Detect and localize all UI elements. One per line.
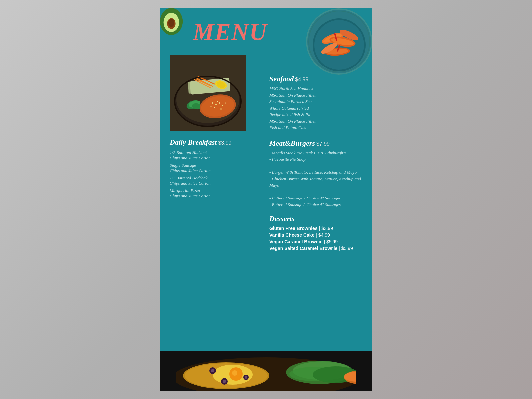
menu-card: MENU bbox=[160, 8, 372, 351]
desserts-title: Desserts bbox=[269, 214, 362, 223]
seafood-item: Whole Calamari Fried bbox=[269, 105, 362, 112]
right-column: Seafood $4.99 MSC North Sea Haddock MSC … bbox=[269, 28, 362, 252]
svg-point-39 bbox=[215, 104, 217, 105]
menu-title: MENU bbox=[193, 18, 267, 46]
svg-point-3 bbox=[168, 19, 174, 27]
dessert-item: Gluten Free Brownies | $3.99 bbox=[269, 226, 362, 231]
seafood-section: Seafood $4.99 MSC North Sea Haddock MSC … bbox=[269, 75, 362, 131]
bottom-food-image bbox=[160, 351, 372, 391]
meat-burgers-title: Meat&Burgers $7.99 bbox=[269, 139, 362, 148]
breakfast-item-2: Single Sausage Chips and Juice Carton bbox=[170, 163, 259, 173]
breakfast-item-3: 1/2 Battered Haddock Chips and Juice Car… bbox=[170, 175, 259, 186]
burger-item: Chicken Burger With Tomato, Lettuce, Ket… bbox=[269, 176, 362, 189]
burger-spacer bbox=[269, 163, 362, 169]
seafood-item: Sustainable Farmed Sea bbox=[269, 98, 362, 105]
meat-burgers-section: Meat&Burgers $7.99 Mcgills Steak Pie Ste… bbox=[269, 139, 362, 208]
dessert-item: Vanilla Cheese Cake | $4.99 bbox=[269, 232, 362, 238]
breakfast-item-1: 1/2 Battered Haddock Chips and Juice Car… bbox=[170, 150, 259, 161]
burger-item: Mcgills Steak Pie Steak Pie & Edinburgh'… bbox=[269, 150, 362, 156]
meat-burgers-items: Mcgills Steak Pie Steak Pie & Edinburgh'… bbox=[269, 150, 362, 208]
svg-point-42 bbox=[214, 107, 215, 108]
svg-rect-67 bbox=[160, 351, 176, 391]
bottom-food-bar bbox=[160, 351, 372, 391]
svg-point-54 bbox=[232, 370, 237, 376]
svg-point-45 bbox=[211, 106, 212, 107]
seafood-item: MSC Skin On Plaice Fillet bbox=[269, 92, 362, 99]
svg-point-56 bbox=[211, 369, 214, 372]
seafood-item: MSC Skin On Plaice Fillet bbox=[269, 118, 362, 125]
burger-spacer bbox=[269, 189, 362, 195]
svg-rect-68 bbox=[356, 351, 372, 391]
burger-item: Battered Sausage 2 Choice 4" Sausages bbox=[269, 201, 362, 208]
page-wrapper: MENU bbox=[160, 8, 372, 391]
burger-item: Favourite Pie Shop bbox=[269, 156, 362, 163]
dessert-item: Vegan Caramel Brownie | $5.99 bbox=[269, 239, 362, 244]
left-column: Daily Breakfast $3.99 1/2 Battered Haddo… bbox=[170, 138, 259, 200]
breakfast-title-row: Daily Breakfast $3.99 bbox=[170, 138, 259, 147]
svg-point-43 bbox=[220, 108, 222, 110]
svg-point-40 bbox=[219, 102, 220, 104]
svg-point-60 bbox=[245, 376, 247, 379]
breakfast-items-list: 1/2 Battered Haddock Chips and Juice Car… bbox=[170, 150, 259, 199]
svg-point-38 bbox=[212, 102, 213, 104]
seafood-item: Fish and Potato Cake bbox=[269, 124, 362, 131]
dessert-item: Vegan Salted Caramel Brownie | $5.99 bbox=[269, 246, 362, 251]
avocado-decoration bbox=[160, 8, 190, 38]
svg-point-41 bbox=[222, 105, 223, 106]
main-food-image bbox=[170, 55, 246, 131]
breakfast-item-4: Margherita Pizza Chips and Juice Carton bbox=[170, 188, 259, 199]
seafood-items: MSC North Sea Haddock MSC Skin On Plaice… bbox=[269, 85, 362, 131]
breakfast-section: Daily Breakfast $3.99 1/2 Battered Haddo… bbox=[170, 138, 259, 199]
svg-point-46 bbox=[225, 103, 226, 104]
burger-item: Battered Sausage 2 Choice 4" Sausages bbox=[269, 195, 362, 201]
seafood-item: MSC North Sea Haddock bbox=[269, 85, 362, 92]
desserts-section: Desserts Gluten Free Brownies | $3.99 Va… bbox=[269, 214, 362, 251]
seafood-title: Seafood $4.99 bbox=[269, 75, 362, 83]
svg-point-44 bbox=[217, 101, 218, 102]
seafood-item: Recipe mixed fish & Pie bbox=[269, 111, 362, 118]
burger-item: Burger With Tomato, Lettuce, Ketchup and… bbox=[269, 169, 362, 176]
svg-point-58 bbox=[223, 380, 226, 383]
